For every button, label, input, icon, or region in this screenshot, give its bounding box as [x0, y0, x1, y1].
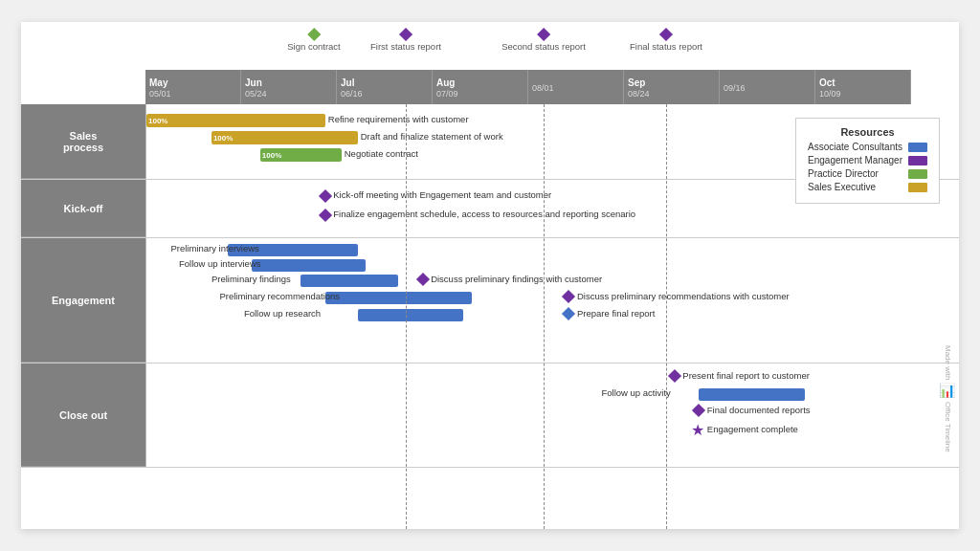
label-discuss-findings: Discuss preliminary findings with custom… — [431, 274, 602, 284]
legend-item-manager: Engagement Manager — [808, 155, 927, 165]
diamond-present-final — [668, 369, 681, 383]
bar-sow: 100% — [212, 131, 358, 144]
watermark: Made with 📊 Office Timeline — [940, 345, 955, 452]
bar-prelim-recs — [325, 292, 472, 304]
label-final-report: Prepare final report — [577, 308, 655, 319]
legend-item-director: Practice Director — [808, 168, 927, 179]
row-label-kickoff: Kick-off — [21, 180, 145, 237]
month-jun: Jun 05/24 — [241, 70, 337, 104]
bar-prelim-findings — [301, 275, 398, 287]
label-prelim-interviews: Preliminary interviews — [170, 243, 258, 253]
label-finalize-eng: Finalize engagement schedule, access to … — [333, 209, 635, 219]
row-label-engagement: Engagement — [21, 238, 145, 363]
diamond-final-report — [562, 307, 575, 320]
month-sep2: 09/16 — [720, 70, 815, 104]
milestone-first-status: First status report — [370, 30, 441, 52]
legend-color-manager — [908, 156, 927, 165]
vline-first-status — [406, 104, 407, 529]
label-discuss-recs: Discuss preliminary recommendations with… — [577, 291, 790, 301]
label-sow: Draft and finalize statement of work — [358, 131, 503, 142]
milestone-second-status: Second status report — [501, 30, 586, 52]
milestone-sign-contract: Sign contract — [287, 30, 340, 52]
bar-followup-activity — [699, 388, 804, 401]
label-followup-interviews: Follow up interviews — [179, 258, 261, 269]
diamond-discuss-findings — [416, 273, 430, 286]
legend-title: Resources — [808, 126, 927, 138]
label-engagement-complete: Engagement complete — [707, 424, 798, 434]
vline-final-status — [666, 104, 667, 529]
bar-followup-research — [358, 309, 463, 321]
milestones-area: Sign contract First status report Second… — [145, 30, 911, 66]
label-kickoff: Kick-off meeting with Engagement team an… — [333, 189, 551, 200]
diamond-finalize-eng — [319, 209, 332, 222]
bar-followup-interviews — [252, 259, 366, 272]
row-label-sales: Salesprocess — [21, 104, 145, 179]
star-engagement-complete: ★ — [691, 421, 704, 439]
bar-negotiate: 100% — [260, 148, 342, 162]
month-sep1: Sep 08/24 — [624, 70, 720, 104]
row-engagement: Engagement Preliminary interviews Follow… — [21, 238, 959, 364]
row-label-closeout: Close out — [21, 364, 145, 467]
label-present-final: Present final report to customer — [682, 370, 810, 381]
month-oct: Oct 10/09 — [815, 70, 911, 104]
milestone-final-status: Final status report — [630, 30, 702, 52]
label-final-docs: Final documented reports — [707, 405, 811, 415]
diamond-kickoff — [319, 189, 332, 203]
vline-second-status — [544, 104, 545, 529]
label-prelim-recs: Preliminary recommendations — [219, 291, 340, 301]
legend-item-associate: Associate Consultants — [808, 142, 927, 152]
row-content-engagement: Preliminary interviews Follow up intervi… — [145, 238, 959, 363]
diamond-discuss-recs — [562, 290, 575, 303]
legend-color-associate — [908, 143, 927, 152]
gantt-chart: Sign contract First status report Second… — [21, 22, 959, 529]
legend-color-director — [908, 169, 927, 179]
month-aug2: 08/01 — [528, 70, 624, 104]
legend-item-sales: Sales Executive — [808, 182, 927, 192]
label-refine: Refine requirements with customer — [325, 114, 469, 124]
timeline-header: May 05/01 Jun 05/24 Jul 06/16 Aug 07/09 … — [145, 70, 911, 104]
month-jul: Jul 06/16 — [337, 70, 433, 104]
month-aug1: Aug 07/09 — [433, 70, 528, 104]
row-content-closeout: Present final report to customer Follow … — [145, 364, 959, 467]
label-followup-activity: Follow up activity — [601, 387, 670, 398]
bar-refine: 100% — [146, 114, 325, 127]
row-closeout: Close out Present final report to custom… — [21, 364, 959, 468]
legend-color-sales — [908, 183, 927, 192]
month-may: May 05/01 — [145, 70, 241, 104]
label-prelim-findings: Preliminary findings — [212, 274, 291, 284]
label-followup-research: Follow up research — [244, 308, 321, 319]
legend: Resources Associate Consultants Engageme… — [795, 118, 940, 204]
diamond-final-docs — [692, 404, 705, 417]
